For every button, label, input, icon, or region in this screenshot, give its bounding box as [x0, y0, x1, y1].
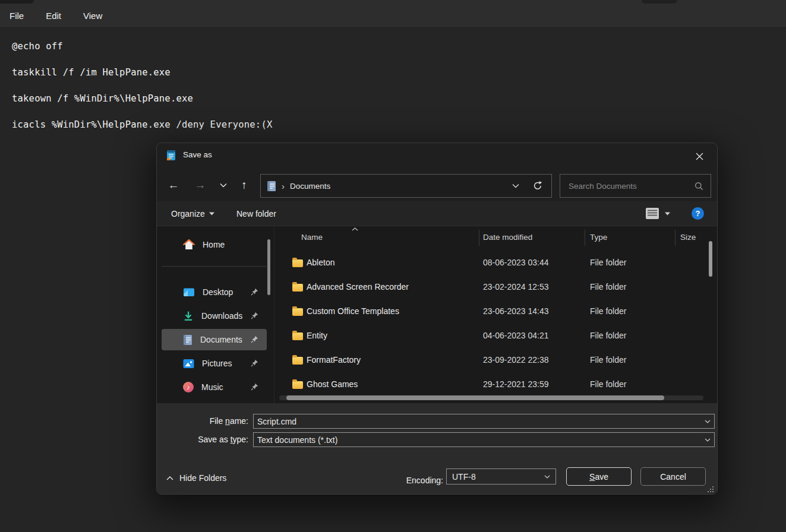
recent-locations-chevron-icon[interactable]: [214, 176, 233, 194]
downloads-icon: [183, 311, 194, 321]
file-type: File folder: [590, 258, 626, 267]
encoding-select[interactable]: UTF-8: [446, 468, 556, 484]
file-row[interactable]: FormatFactory 23-09-2022 22:38 File fold…: [274, 348, 708, 372]
cancel-button[interactable]: Cancel: [640, 467, 706, 486]
file-name-label: File name:: [157, 416, 248, 426]
file-row[interactable]: Entity 04-06-2023 04:21 File folder: [274, 324, 708, 348]
back-icon[interactable]: ←: [164, 176, 183, 194]
chevron-up-icon: [166, 476, 173, 480]
up-icon[interactable]: ↑: [235, 176, 254, 194]
sidebar-item-desktop[interactable]: Desktop: [162, 281, 267, 303]
sidebar-item-documents[interactable]: Documents: [162, 329, 267, 350]
organize-button[interactable]: Organize: [171, 201, 214, 226]
column-separator[interactable]: [479, 230, 479, 246]
list-horizontal-scrollbar-track[interactable]: [279, 395, 703, 400]
folder-icon: [292, 357, 303, 365]
file-date: 04-06-2023 04:21: [483, 331, 549, 340]
encoding-value: UTF-8: [452, 472, 544, 482]
column-separator[interactable]: [675, 230, 675, 246]
file-type: File folder: [590, 282, 626, 292]
file-list: Name Date modified Type Size Ableton 08-…: [274, 226, 718, 403]
help-icon[interactable]: ?: [692, 207, 704, 220]
sidebar-item-label: Music: [201, 382, 223, 392]
file-date: 23-02-2024 12:53: [483, 282, 549, 292]
pictures-icon: [183, 359, 194, 369]
sidebar-item-label: Documents: [200, 335, 242, 344]
new-folder-label: New folder: [236, 209, 276, 218]
column-header-date[interactable]: Date modified: [483, 233, 532, 242]
navigation-row: ← → ↑ › Documents: [157, 168, 717, 201]
save-button[interactable]: Save: [566, 467, 632, 486]
address-dropdown-chevron-icon[interactable]: [512, 183, 519, 188]
dialog-body: Home Desktop: [157, 226, 717, 403]
forward-icon[interactable]: →: [191, 176, 210, 194]
search-input[interactable]: [567, 181, 695, 191]
sidebar-item-label: Downloads: [201, 311, 242, 321]
dialog-bottom-panel: File name: Save as type: Text documents …: [157, 403, 717, 495]
list-horizontal-scrollbar[interactable]: [286, 395, 664, 400]
file-row[interactable]: Custom Office Templates 23-06-2023 14:43…: [274, 299, 708, 324]
menu-edit[interactable]: Edit: [46, 11, 61, 21]
sidebar-item-music[interactable]: ♪ Music: [162, 376, 267, 398]
save-as-type-value: Text documents (*.txt): [257, 435, 705, 445]
sidebar-divider: [162, 266, 267, 267]
address-bar[interactable]: › Documents: [260, 174, 552, 198]
file-row[interactable]: Ableton 08-06-2023 03:44 File folder: [274, 251, 708, 275]
column-header-name[interactable]: Name: [301, 233, 323, 242]
editor-line: takeown /f %WinDir%\HelpPane.exe: [12, 86, 786, 112]
file-name-input[interactable]: [257, 417, 705, 426]
save-as-type-select[interactable]: Text documents (*.txt): [253, 432, 715, 447]
new-folder-button[interactable]: New folder: [236, 201, 276, 226]
refresh-icon[interactable]: [532, 180, 543, 191]
dialog-toolbar: Organize New folder ?: [157, 201, 717, 226]
view-dropdown-chevron-icon[interactable]: [665, 212, 670, 216]
folder-icon: [292, 308, 303, 316]
close-icon[interactable]: [691, 149, 708, 163]
file-name-dropdown-chevron-icon[interactable]: [705, 420, 711, 423]
file-row[interactable]: Ghost Games 29-12-2021 23:59 File folder: [274, 372, 708, 397]
menu-bar: File Edit View: [0, 4, 786, 28]
save-as-dialog: Save as ← → ↑: [156, 142, 718, 495]
encoding-label: Encoding:: [383, 476, 443, 485]
dialog-title-bar[interactable]: Save as: [157, 143, 717, 168]
pin-icon: [251, 335, 258, 343]
file-name: Ghost Games: [307, 379, 358, 389]
file-name: Advanced Screen Recorder: [307, 282, 409, 292]
folder-icon: [292, 332, 303, 340]
file-type: File folder: [590, 306, 626, 316]
file-type: File folder: [590, 331, 626, 340]
file-row[interactable]: Advanced Screen Recorder 23-02-2024 12:5…: [274, 275, 708, 299]
folder-icon: [292, 284, 303, 292]
resize-grip[interactable]: [708, 486, 714, 493]
view-details-icon[interactable]: [646, 208, 659, 219]
file-name: Custom Office Templates: [307, 306, 399, 316]
file-type: File folder: [590, 379, 626, 389]
column-separator[interactable]: [585, 230, 585, 246]
notepad-window: File Edit View @echo off taskkill /f /im…: [0, 0, 786, 532]
sidebar-scrollbar[interactable]: [267, 239, 270, 295]
file-name-combobox: [253, 414, 715, 429]
sidebar-item-label: Pictures: [202, 359, 232, 368]
desktop-icon: [183, 287, 195, 297]
sidebar-item-pictures[interactable]: Pictures: [162, 353, 267, 374]
sidebar-item-home[interactable]: Home: [162, 234, 267, 255]
breadcrumb[interactable]: Documents: [290, 182, 330, 191]
hide-folders-button[interactable]: Hide Folders: [166, 473, 226, 483]
menu-file[interactable]: File: [10, 11, 24, 21]
file-type: File folder: [590, 355, 626, 365]
home-icon: [183, 239, 195, 250]
breadcrumb-chevron: ›: [282, 181, 285, 191]
file-date: 23-09-2022 22:38: [483, 355, 549, 365]
encoding-dropdown-chevron-icon: [544, 475, 550, 479]
dialog-title: Save as: [183, 150, 212, 159]
column-header-type[interactable]: Type: [590, 233, 607, 242]
column-header-size[interactable]: Size: [680, 233, 696, 242]
list-vertical-scrollbar[interactable]: [709, 241, 712, 277]
list-header: Name Date modified Type Size: [274, 227, 718, 248]
editor-line: @echo off: [12, 33, 786, 59]
menu-view[interactable]: View: [83, 11, 102, 21]
editor-line: icacls %WinDir%\HelpPane.exe /deny Every…: [12, 112, 786, 138]
file-name: FormatFactory: [307, 355, 361, 365]
organize-label: Organize: [171, 209, 205, 218]
sidebar-item-downloads[interactable]: Downloads: [162, 305, 267, 327]
